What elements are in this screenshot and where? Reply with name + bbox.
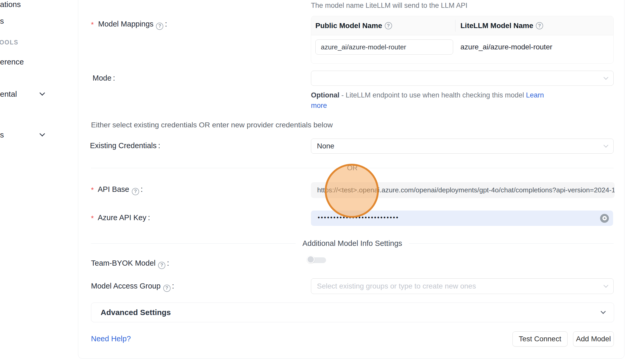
azure-api-key-label: Azure API Key: [91, 213, 150, 222]
litellm-model-name-value: azure_ai/azure-model-router [460, 40, 552, 55]
need-help-link[interactable]: Need Help? [91, 335, 131, 343]
chevron-down-icon[interactable] [40, 131, 45, 136]
model-access-group-select[interactable]: Select existing groups or type to create… [311, 278, 614, 294]
chevron-down-icon [603, 143, 608, 147]
model-name-helper-text: The model name LiteLLM will send to the … [311, 2, 467, 10]
sidebar: ations s TOOLS erence ental s [0, 0, 78, 360]
chevron-down-icon [603, 75, 608, 80]
mode-label: Mode: [93, 74, 115, 82]
sidebar-item-settings[interactable]: s [0, 130, 4, 139]
column-header-public-model-name: Public Model Name? [315, 16, 392, 35]
table-header: Public Model Name? LiteLLM Model Name? [311, 16, 613, 35]
column-header-litellm-model-name: LiteLLM Model Name? [460, 16, 543, 35]
team-byok-label: Team-BYOK Model?: [91, 259, 169, 269]
add-model-page: ations s TOOLS erence ental s The model … [0, 0, 644, 360]
help-icon[interactable]: ? [156, 23, 163, 30]
select-placeholder: Select existing groups or type to create… [317, 282, 476, 290]
public-model-name-input[interactable] [315, 40, 453, 55]
help-icon[interactable]: ? [536, 22, 543, 29]
credentials-note: Either select existing credentials OR en… [91, 121, 333, 129]
advanced-settings-panel[interactable]: Advanced Settings [91, 303, 614, 322]
sidebar-item-inference[interactable]: erence [0, 57, 24, 66]
help-icon[interactable]: ? [132, 188, 139, 195]
sidebar-item-experimental[interactable]: ental [0, 90, 17, 99]
add-model-button[interactable]: Add Model [573, 331, 614, 346]
existing-credentials-select[interactable]: None [311, 139, 614, 154]
model-mappings-label: Model Mappings?: [91, 20, 167, 30]
masked-api-key: •••••••••••••••••••••••••• [318, 214, 399, 221]
sidebar-item-organizations[interactable]: ations [0, 0, 21, 9]
existing-credentials-label: Existing Credentials: [90, 141, 160, 150]
eye-icon[interactable] [600, 214, 609, 223]
model-mappings-table: Public Model Name? LiteLLM Model Name? a… [311, 16, 614, 64]
chevron-down-icon [601, 309, 606, 314]
help-icon[interactable]: ? [163, 285, 171, 292]
azure-api-key-input[interactable]: •••••••••••••••••••••••••• [311, 211, 613, 226]
sidebar-item[interactable]: s [0, 17, 4, 25]
learn-more-link[interactable]: more [311, 102, 327, 109]
help-icon[interactable]: ? [158, 262, 165, 269]
chevron-down-icon [603, 283, 608, 287]
sidebar-section-tools: TOOLS [0, 39, 18, 46]
or-divider: OR [91, 164, 614, 172]
team-byok-toggle[interactable] [307, 256, 327, 265]
advanced-settings-title: Advanced Settings [101, 308, 171, 317]
test-connect-button[interactable]: Test Connect [512, 331, 568, 346]
column-divider [455, 20, 456, 32]
mode-help-text: Optional - LiteLLM endpoint to use when … [311, 90, 550, 111]
api-base-input[interactable]: https://<test>.openai.azure.com/openai/d… [311, 182, 615, 198]
help-icon[interactable]: ? [385, 22, 392, 29]
api-base-label: API Base?: [91, 185, 143, 195]
learn-more-link[interactable]: Learn [526, 91, 544, 99]
model-access-group-label: Model Access Group?: [91, 282, 174, 292]
chevron-down-icon[interactable] [40, 90, 45, 96]
mode-select[interactable] [311, 71, 614, 86]
additional-settings-divider: Additional Model Info Settings [91, 239, 614, 248]
